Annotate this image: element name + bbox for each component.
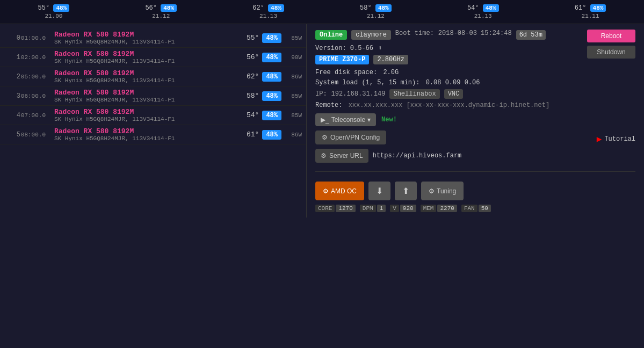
gpu-metrics-2: 62° 48% 86W [242, 72, 302, 82]
gear-icon2: ⚙ [321, 152, 327, 160]
gpu-metrics-1: 56° 48% 90W [242, 53, 302, 62]
gpu-index-1: 1 [4, 54, 20, 61]
gpu-percent-2: 48% [262, 72, 281, 82]
disk-label: Free disk space: [315, 69, 377, 76]
shutdown-button[interactable]: Shutdown [587, 46, 635, 59]
gpu-info-1: Radeon RX 580 8192M SK Hynix H5GQ8H24MJR… [50, 50, 242, 64]
new-badge: New! [381, 116, 397, 124]
table-row: 5 08:00.0 Radeon RX 580 8192M SK Hynix H… [0, 125, 306, 144]
download-icon: ⬇ [376, 186, 383, 195]
gpu-time-5: 08:00.0 [20, 132, 50, 138]
server-url-btn[interactable]: ⚙ Server URL [315, 149, 368, 163]
gpu-sub-5: SK Hynix H5GQ8H24MJR, 113V34114-F1 [54, 135, 237, 142]
sysload-label: System load (1, 5, 15 min): [315, 79, 419, 86]
gpu-percent-4: 48% [262, 111, 281, 120]
ip-value: 192.168.31.149 [331, 90, 386, 98]
teleconsole-chevron: ▾ [367, 116, 371, 124]
tuning-icon: ⚙ [429, 187, 435, 195]
uptime-badge: 6d 53m [516, 30, 546, 40]
gear-icon: ⚙ [322, 134, 328, 141]
vnc-btn[interactable]: VNC [444, 89, 464, 99]
remote-label: Remote: [315, 102, 342, 109]
ip-row: IP: 192.168.31.149 Shellinabox VNC [315, 89, 566, 99]
top-percent-3: 48% [375, 4, 392, 12]
gpu-time-0: 01:00.0 [20, 35, 50, 41]
gpu-info-5: Radeon RX 580 8192M SK Hynix H5GQ8H24MJR… [50, 127, 242, 142]
tuning-label: Tuning [437, 187, 456, 195]
top-time-3: 21.12 [326, 13, 425, 19]
gpu-percent-5: 48% [262, 130, 281, 140]
remote-value: xxx.xx.xxx.xxx [xxx-xx-xxx-xxx.dynamic-i… [349, 102, 549, 109]
stats-row: CORE 1270 DPM 1 V 920 MEM 2270 FAN 50 [315, 205, 635, 212]
gpu-index-4: 4 [4, 112, 20, 119]
stat-value-fan: 50 [479, 205, 491, 212]
gpu-time-1: 02:00.0 [20, 54, 50, 61]
gpu-name-4[interactable]: Radeon RX 580 8192M [54, 108, 237, 116]
amd-oc-button[interactable]: ⚙ AMD OC [315, 182, 364, 200]
table-row: 2 05:00.0 Radeon RX 580 8192M SK Hynix H… [0, 67, 306, 86]
upload-btn[interactable]: ⬆ [395, 182, 417, 200]
stat-v: V 920 [390, 205, 416, 212]
teleconsole-btn[interactable]: ▶_ Teleconsole ▾ [315, 113, 376, 126]
version-row: Version: 0.5-66 ⬆ [315, 44, 566, 52]
gpu-index-2: 2 [4, 73, 20, 81]
gpu-name-5[interactable]: Radeon RX 580 8192M [54, 127, 237, 135]
gpu-sub-2: SK Hynix H5GQ8H24MJR, 113V34114-F1 [54, 77, 237, 84]
table-row: 3 06:00.0 Radeon RX 580 8192M SK Hynix H… [0, 86, 306, 106]
top-percent-0: 48% [53, 4, 69, 12]
stat-fan: FAN 50 [461, 205, 491, 212]
gpu-sub-3: SK Hynix H5GQ8H24MJR, 113V34114-F1 [54, 97, 237, 103]
sysload-row: System load (1, 5, 15 min): 0.08 0.09 0.… [315, 79, 566, 86]
download-btn[interactable]: ⬇ [368, 182, 390, 200]
gpu-temp-5: 61° [242, 130, 259, 139]
top-percent-1: 48% [161, 4, 177, 12]
gpu-time-4: 07:00.0 [20, 112, 50, 119]
shellinabox-btn[interactable]: Shellinabox [389, 89, 439, 99]
gpu-name-0[interactable]: Radeon RX 580 8192M [54, 31, 237, 39]
gpu-temp-2: 62° [242, 73, 259, 81]
gpu-percent-0: 48% [262, 33, 281, 43]
openvpn-btn[interactable]: ⚙ OpenVPN Config [315, 130, 386, 144]
top-bar-item-4: 54° 48% 21.13 [429, 2, 537, 21]
version-label: Version: 0.5-66 [315, 45, 373, 52]
teleconsole-label: Teleconsole [331, 116, 365, 124]
toolbar-buttons: ⚙ AMD OC ⬇ ⬆ ⚙ Tuning [315, 182, 635, 200]
info-panel: Online claymore Boot time: 2018-08-03 15… [306, 24, 644, 218]
online-badge: Online [315, 30, 347, 40]
gpu-temp-0: 55° [242, 34, 259, 42]
stat-label-mem: MEM [421, 205, 437, 212]
gpu-power-4: 85W [285, 112, 302, 119]
gpu-temp-4: 54° [242, 111, 259, 119]
gpu-temp-3: 58° [242, 92, 259, 100]
tuning-button[interactable]: ⚙ Tuning [421, 182, 464, 200]
gpu-info-3: Radeon RX 580 8192M SK Hynix H5GQ8H24MJR… [50, 89, 242, 103]
gpu-percent-1: 48% [262, 53, 281, 62]
gpu-panel: 0 01:00.0 Radeon RX 580 8192M SK Hynix H… [0, 24, 306, 218]
top-temp-3: 58° 48% [326, 4, 425, 12]
gpu-index-5: 5 [4, 131, 20, 139]
stat-mem: MEM 2270 [421, 205, 457, 212]
reboot-button[interactable]: Reboot [587, 30, 635, 42]
gpu-name-3[interactable]: Radeon RX 580 8192M [54, 89, 237, 97]
gpu-power-3: 85W [285, 93, 302, 99]
table-row: 4 07:00.0 Radeon RX 580 8192M SK Hynix H… [0, 106, 306, 125]
gpu-percent-3: 48% [262, 91, 281, 101]
top-temp-0: 55° 48% [4, 4, 103, 12]
gpu-metrics-4: 54° 48% 85W [242, 111, 302, 120]
action-buttons: Reboot Shutdown ▶ Tutorial [576, 30, 635, 144]
boot-time-label: Boot time: [395, 30, 434, 37]
tutorial-link[interactable]: ▶ Tutorial [597, 134, 635, 144]
youtube-icon: ▶ [597, 134, 602, 144]
stat-label-v: V [390, 205, 399, 212]
gpu-power-2: 86W [285, 74, 302, 80]
gpu-name-1[interactable]: Radeon RX 580 8192M [54, 50, 237, 58]
disk-row: Free disk space: 2.0G [315, 69, 566, 76]
top-temp-4: 54° 48% [433, 4, 532, 12]
gpu-sub-0: SK Hynix H5GQ8H24MJR, 113V34114-F1 [54, 39, 237, 45]
top-temp-1: 56° 48% [112, 4, 211, 12]
remote-row: Remote: xxx.xx.xxx.xxx [xxx-xx-xxx-xxx.d… [315, 102, 566, 109]
gpu-power-1: 90W [285, 54, 302, 61]
gpu-power-5: 86W [285, 132, 302, 138]
top-percent-4: 48% [483, 4, 499, 12]
gpu-name-2[interactable]: Radeon RX 580 8192M [54, 69, 237, 77]
